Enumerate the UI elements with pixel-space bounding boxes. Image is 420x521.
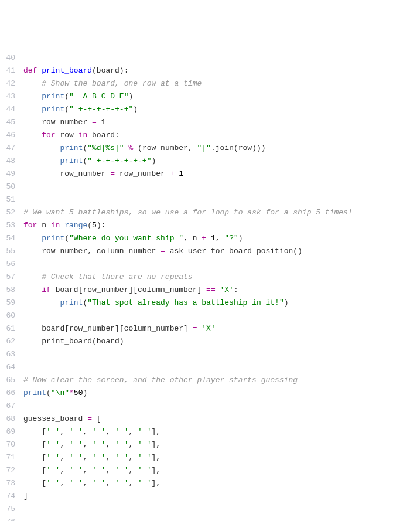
line-number: 57 bbox=[0, 271, 15, 284]
line-number: 63 bbox=[0, 348, 15, 361]
line-number: 58 bbox=[0, 284, 15, 297]
code-line[interactable]: [' ', ' ', ' ', ' ', ' '], bbox=[23, 425, 420, 438]
code-line[interactable]: # Show the board, one row at a time bbox=[23, 77, 420, 90]
line-number: 70 bbox=[0, 438, 15, 451]
line-number: 60 bbox=[0, 309, 15, 322]
code-line[interactable]: for row in board: bbox=[23, 129, 420, 142]
code-line[interactable]: for n in range(5): bbox=[23, 219, 420, 232]
code-line[interactable]: # Now clear the screen, and the other pl… bbox=[23, 374, 420, 387]
line-number: 51 bbox=[0, 193, 15, 206]
line-number: 46 bbox=[0, 129, 15, 142]
line-number: 62 bbox=[0, 335, 15, 348]
code-line[interactable] bbox=[23, 503, 420, 516]
code-line[interactable]: print("That spot already has a battleshi… bbox=[23, 297, 420, 309]
code-line[interactable] bbox=[23, 361, 420, 374]
line-number: 50 bbox=[0, 181, 15, 193]
line-number: 67 bbox=[0, 400, 15, 413]
code-line[interactable] bbox=[23, 400, 420, 413]
line-number: 74 bbox=[0, 490, 15, 503]
code-line[interactable]: def print_board(board): bbox=[23, 64, 420, 77]
code-content[interactable]: def print_board(board): # Show the board… bbox=[23, 52, 420, 521]
code-line[interactable] bbox=[23, 309, 420, 322]
code-line[interactable]: row_number = row_number + 1 bbox=[23, 168, 420, 181]
line-number: 66 bbox=[0, 387, 15, 400]
code-line[interactable]: print(" +-+-+-+-+-+") bbox=[23, 103, 420, 116]
code-line[interactable] bbox=[23, 516, 420, 521]
line-number: 47 bbox=[0, 142, 15, 155]
line-number: 75 bbox=[0, 503, 15, 516]
line-number: 42 bbox=[0, 77, 15, 90]
line-number: 55 bbox=[0, 245, 15, 258]
code-line[interactable]: row_number, column_number = ask_user_for… bbox=[23, 245, 420, 258]
line-number: 54 bbox=[0, 232, 15, 245]
code-line[interactable] bbox=[23, 181, 420, 193]
line-number: 71 bbox=[0, 451, 15, 464]
code-line[interactable]: print(" +-+-+-+-+-+") bbox=[23, 155, 420, 168]
line-number: 69 bbox=[0, 425, 15, 438]
line-number: 52 bbox=[0, 206, 15, 219]
code-line[interactable]: [' ', ' ', ' ', ' ', ' '], bbox=[23, 451, 420, 464]
line-number: 64 bbox=[0, 361, 15, 374]
line-number: 48 bbox=[0, 155, 15, 168]
code-line[interactable] bbox=[23, 52, 420, 64]
line-number-gutter: 4041424344454647484950515253545556575859… bbox=[0, 52, 23, 521]
code-line[interactable] bbox=[23, 193, 420, 206]
line-number: 41 bbox=[0, 64, 15, 77]
line-number: 76 bbox=[0, 516, 15, 521]
line-number: 65 bbox=[0, 374, 15, 387]
line-number: 68 bbox=[0, 413, 15, 425]
line-number: 61 bbox=[0, 322, 15, 335]
line-number: 56 bbox=[0, 258, 15, 271]
code-editor[interactable]: 4041424344454647484950515253545556575859… bbox=[0, 52, 420, 521]
code-line[interactable]: # Check that there are no repeats bbox=[23, 271, 420, 284]
line-number: 43 bbox=[0, 90, 15, 103]
line-number: 59 bbox=[0, 297, 15, 309]
line-number: 45 bbox=[0, 116, 15, 129]
line-number: 40 bbox=[0, 52, 15, 64]
code-line[interactable]: if board[row_number][column_number] == '… bbox=[23, 284, 420, 297]
code-line[interactable]: guesses_board = [ bbox=[23, 413, 420, 425]
code-line[interactable]: print_board(board) bbox=[23, 335, 420, 348]
line-number: 72 bbox=[0, 464, 15, 477]
code-line[interactable]: [' ', ' ', ' ', ' ', ' '], bbox=[23, 464, 420, 477]
code-line[interactable] bbox=[23, 348, 420, 361]
code-line[interactable]: print("\n"*50) bbox=[23, 387, 420, 400]
line-number: 73 bbox=[0, 477, 15, 490]
code-line[interactable]: board[row_number][column_number] = 'X' bbox=[23, 322, 420, 335]
code-line[interactable]: print("%d|%s|" % (row_number, "|".join(r… bbox=[23, 142, 420, 155]
code-line[interactable]: [' ', ' ', ' ', ' ', ' '], bbox=[23, 477, 420, 490]
code-line[interactable]: ] bbox=[23, 490, 420, 503]
code-line[interactable]: print("Where do you want ship ", n + 1, … bbox=[23, 232, 420, 245]
line-number: 44 bbox=[0, 103, 15, 116]
code-line[interactable]: # We want 5 battleships, so we use a for… bbox=[23, 206, 420, 219]
code-line[interactable] bbox=[23, 258, 420, 271]
line-number: 53 bbox=[0, 219, 15, 232]
code-line[interactable]: print(" A B C D E") bbox=[23, 90, 420, 103]
code-line[interactable]: [' ', ' ', ' ', ' ', ' '], bbox=[23, 438, 420, 451]
code-line[interactable]: row_number = 1 bbox=[23, 116, 420, 129]
line-number: 49 bbox=[0, 168, 15, 181]
